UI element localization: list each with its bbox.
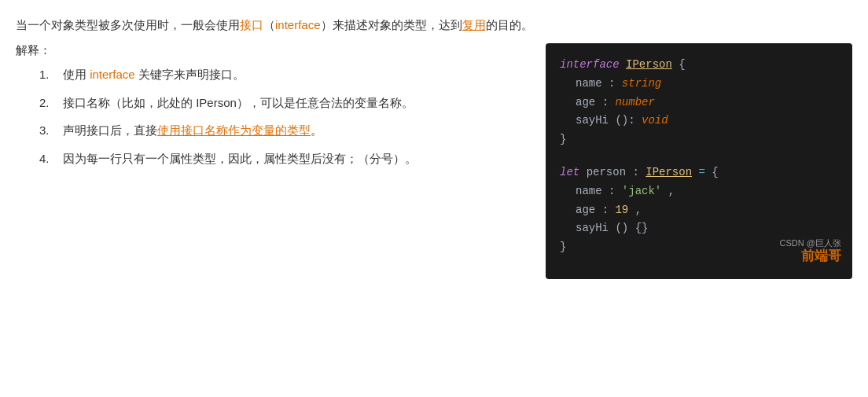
- left-panel: 解释： 使用 interface 关键字来声明接口。 接口名称（比如，此处的 I…: [16, 43, 530, 176]
- colon-5: :: [602, 204, 616, 216]
- code-panel: interface IPerson { name : string age : …: [546, 43, 852, 279]
- list-item-3-suffix: 。: [311, 123, 322, 137]
- comma-1: ,: [668, 185, 675, 197]
- type-void: void: [642, 114, 668, 127]
- paren-1: ():: [615, 114, 642, 127]
- intro-link-1: 接口: [240, 18, 263, 31]
- list-item-3-prefix: 声明接口后，直接: [63, 123, 157, 137]
- list-item-4-text: 因为每一行只有一个属性类型，因此，属性类型后没有；（分号）。: [63, 149, 417, 169]
- keyword-interface: interface: [560, 58, 620, 71]
- prop-age-2: age: [576, 204, 595, 216]
- code-block-1: interface IPerson { name : string age : …: [560, 56, 838, 149]
- intro-text-2: （: [263, 18, 275, 31]
- intro-bold: 复用: [462, 18, 486, 31]
- colon-2: :: [602, 96, 616, 108]
- type-iperson: IPerson: [626, 58, 672, 71]
- type-iperson-2: IPerson: [645, 166, 692, 178]
- intro-keyword: interface: [275, 18, 321, 31]
- comma-2: ,: [635, 204, 642, 216]
- prop-age: age: [576, 96, 595, 108]
- list-item-1-prefix: 使用: [63, 68, 90, 81]
- code-line-3: age : number: [560, 94, 838, 112]
- colon-1: :: [609, 77, 622, 90]
- list-item-1: 使用 interface 关键字来声明接口。: [39, 64, 530, 85]
- code-line-5: }: [560, 130, 838, 149]
- list-item-3-link: 使用接口名称作为变量的类型: [157, 123, 311, 137]
- code-line-4: sayHi (): void: [560, 112, 838, 130]
- explain-label: 解释：: [16, 43, 530, 58]
- intro-paragraph: 当一个对象类型被多次使用时，一般会使用接口（interface）来描述对象的类型…: [16, 14, 852, 35]
- close-brace-1: }: [560, 133, 566, 145]
- colon-3: :: [632, 166, 645, 178]
- var-person: person: [587, 166, 626, 178]
- list-item-1-suffix: 关键字来声明接口。: [135, 68, 245, 81]
- code-line-2: name : string: [560, 75, 838, 94]
- list-item-4: 因为每一行只有一个属性类型，因此，属性类型后没有；（分号）。: [39, 149, 530, 169]
- type-number: number: [615, 96, 654, 108]
- val-brace: {}: [635, 222, 649, 234]
- val-jack: 'jack': [622, 185, 661, 197]
- colon-4: :: [609, 185, 622, 197]
- open-brace-1: {: [679, 58, 685, 71]
- intro-text-3: ）来描述对象的类型，达到: [321, 18, 462, 31]
- prop-name: name: [576, 77, 602, 90]
- prop-sayhi-2: sayHi: [576, 222, 609, 234]
- val-19: 19: [615, 204, 628, 216]
- list-item-1-text: 使用 interface 关键字来声明接口。: [63, 64, 245, 85]
- code-line-7: name : 'jack' ,: [560, 182, 838, 201]
- code-line-1: interface IPerson {: [560, 56, 838, 75]
- equals: =: [698, 166, 712, 178]
- close-brace-2: }: [560, 241, 566, 253]
- prop-sayhi: sayHi: [576, 114, 609, 127]
- intro-text-4: 的目的。: [486, 18, 533, 31]
- open-brace-2: {: [712, 166, 718, 178]
- type-string: string: [622, 77, 661, 90]
- explanation-list: 使用 interface 关键字来声明接口。 接口名称（比如，此处的 IPers…: [16, 64, 530, 168]
- list-item-3: 声明接口后，直接使用接口名称作为变量的类型。: [39, 120, 530, 141]
- list-item-2: 接口名称（比如，此处的 IPerson），可以是任意合法的变量名称。: [39, 93, 530, 113]
- list-item-2-text: 接口名称（比如，此处的 IPerson），可以是任意合法的变量名称。: [63, 93, 414, 113]
- list-item-1-keyword: interface: [90, 68, 135, 81]
- keyword-let: let: [560, 166, 579, 178]
- list-item-3-text: 声明接口后，直接使用接口名称作为变量的类型。: [63, 120, 322, 141]
- prop-name-2: name: [576, 185, 602, 197]
- intro-text-1: 当一个对象类型被多次使用时，一般会使用: [16, 18, 240, 31]
- code-line-8: age : 19 ,: [560, 201, 838, 220]
- code-line-6: let person : IPerson = {: [560, 164, 838, 182]
- paren-2: (): [615, 222, 634, 234]
- csdn-label: CSDN @巨人张: [780, 236, 841, 251]
